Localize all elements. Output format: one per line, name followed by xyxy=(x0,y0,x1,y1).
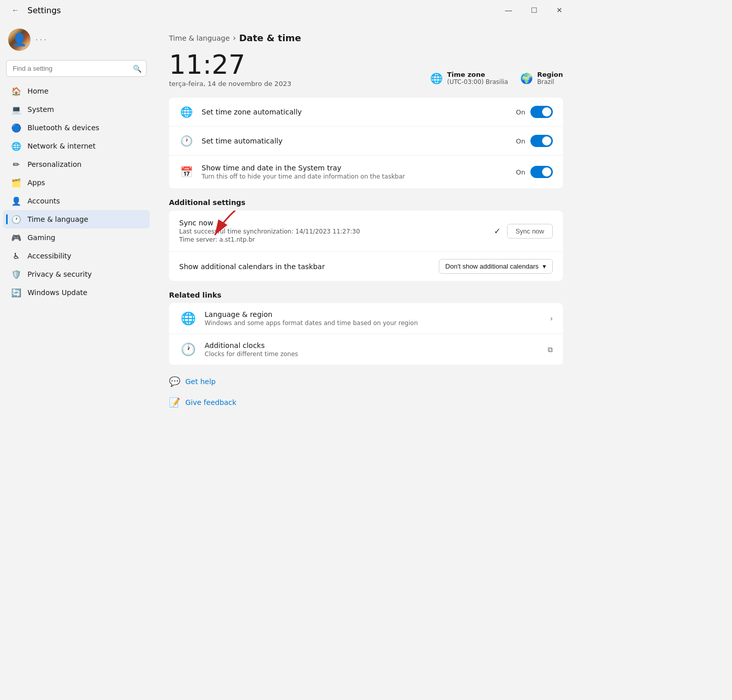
calendar-row: Show additional calendars in the taskbar… xyxy=(169,251,563,281)
sidebar-item-home[interactable]: 🏠 Home xyxy=(3,82,150,100)
sidebar: 👤 · · · 🔍 🏠 Home 💻 System 🔵 Bluetooth & … xyxy=(0,20,153,547)
windows-update-label: Windows Update xyxy=(27,288,88,297)
timezone-value: (UTC-03:00) Brasilia xyxy=(447,78,508,85)
sidebar-item-apps[interactable]: 🗂️ Apps xyxy=(3,173,150,192)
additional-clocks-title: Additional clocks xyxy=(205,341,541,349)
external-link-icon: ⧉ xyxy=(548,345,553,354)
accounts-icon: 👤 xyxy=(11,196,21,206)
network-icon: 🌐 xyxy=(11,141,21,151)
sync-row: Sync now Last successful time synchroniz… xyxy=(169,211,563,251)
home-label: Home xyxy=(27,87,48,95)
sync-now-button[interactable]: Sync now xyxy=(507,224,553,239)
search-input[interactable] xyxy=(6,60,147,77)
language-region-title: Language & region xyxy=(205,310,543,318)
home-icon: 🏠 xyxy=(11,86,21,96)
region-label: Region xyxy=(537,71,563,78)
sidebar-item-bluetooth[interactable]: 🔵 Bluetooth & devices xyxy=(3,119,150,137)
time-language-label: Time & language xyxy=(27,215,88,223)
check-icon: ✓ xyxy=(494,226,500,236)
footer-links: 💬 Get help 📝 Give feedback xyxy=(169,371,563,413)
breadcrumb-parent[interactable]: Time & language xyxy=(169,34,230,42)
sidebar-item-personalization[interactable]: ✏️ Personalization xyxy=(3,155,150,173)
windows-update-icon: 🔄 xyxy=(11,287,21,298)
gaming-icon: 🎮 xyxy=(11,232,21,243)
username: · · · xyxy=(36,36,46,44)
breadcrumb-current: Date & time xyxy=(239,33,301,43)
give-feedback-label: Give feedback xyxy=(185,398,236,406)
give-feedback-link[interactable]: 📝 Give feedback xyxy=(169,392,563,413)
privacy-security-icon: 🛡️ xyxy=(11,269,21,279)
timezone-info: 🌐 Time zone (UTC-03:00) Brasilia xyxy=(430,71,508,85)
systray-setting-title: Show time and date in the System tray xyxy=(202,164,508,172)
personalization-icon: ✏️ xyxy=(11,159,21,169)
timezone-toggle[interactable] xyxy=(530,106,553,118)
calendar-dropdown-button[interactable]: Don't show additional calendars ▾ xyxy=(439,259,553,274)
accessibility-label: Accessibility xyxy=(27,252,71,260)
systray-toggle[interactable] xyxy=(530,166,553,178)
toggle-settings-card: 🌐 Set time zone automatically On 🕐 Set t… xyxy=(169,98,563,188)
systray-setting-icon: 📅 xyxy=(179,166,193,178)
maximize-button[interactable]: ☐ xyxy=(522,2,546,18)
minimize-button[interactable]: — xyxy=(497,2,520,18)
time-language-icon: 🕐 xyxy=(11,214,21,224)
gaming-label: Gaming xyxy=(27,234,55,242)
timezone-label: Time zone xyxy=(447,71,508,78)
sidebar-item-network[interactable]: 🌐 Network & internet xyxy=(3,137,150,155)
bluetooth-label: Bluetooth & devices xyxy=(27,124,99,132)
get-help-link[interactable]: 💬 Get help xyxy=(169,371,563,392)
breadcrumb-separator: › xyxy=(233,33,236,43)
toggle-row-systray: 📅 Show time and date in the System tray … xyxy=(169,156,563,188)
additional-settings-card: Sync now Last successful time synchroniz… xyxy=(169,211,563,281)
systray-setting-desc: Turn this off to hide your time and date… xyxy=(202,173,508,180)
sidebar-item-accounts[interactable]: 👤 Accounts xyxy=(3,192,150,210)
related-links-title: Related links xyxy=(169,291,563,299)
window-title: Settings xyxy=(27,6,61,15)
toggle-row-timezone: 🌐 Set time zone automatically On xyxy=(169,98,563,127)
time-toggle[interactable] xyxy=(530,135,553,147)
calendar-title: Show additional calendars in the taskbar xyxy=(179,262,431,271)
sidebar-item-time-language[interactable]: 🕐 Time & language xyxy=(3,210,150,228)
search-icon: 🔍 xyxy=(133,65,142,73)
system-label: System xyxy=(27,105,54,113)
close-button[interactable]: ✕ xyxy=(548,2,571,18)
bluetooth-icon: 🔵 xyxy=(11,123,21,133)
timezone-icon: 🌐 xyxy=(430,72,443,84)
sidebar-item-accessibility[interactable]: ♿ Accessibility xyxy=(3,247,150,265)
time-setting-icon: 🕐 xyxy=(179,135,193,147)
systray-toggle-label: On xyxy=(516,168,525,176)
timezone-setting-title: Set time zone automatically xyxy=(202,108,508,116)
toggle-row-time: 🕐 Set time automatically On xyxy=(169,127,563,156)
additional-settings-title: Additional settings xyxy=(169,198,563,207)
sync-title: Sync now xyxy=(179,219,486,227)
additional-clocks-desc: Clocks for different time zones xyxy=(205,351,541,358)
apps-label: Apps xyxy=(27,179,45,187)
current-time: 11:27 xyxy=(169,51,291,78)
get-help-icon: 💬 xyxy=(169,376,180,387)
language-region-icon: 🌐 xyxy=(179,311,198,326)
time-display: 11:27 terça-feira, 14 de novembro de 202… xyxy=(169,51,563,88)
network-label: Network & internet xyxy=(27,142,96,150)
sidebar-item-system[interactable]: 💻 System xyxy=(3,100,150,119)
sidebar-item-gaming[interactable]: 🎮 Gaming xyxy=(3,228,150,247)
chevron-right-icon: › xyxy=(550,314,553,323)
additional-clocks-link[interactable]: 🕐 Additional clocks Clocks for different… xyxy=(169,334,563,365)
calendar-dropdown-label: Don't show additional calendars xyxy=(445,262,539,270)
accounts-label: Accounts xyxy=(27,197,60,205)
title-bar: ← Settings — ☐ ✕ xyxy=(0,0,579,20)
avatar: 👤 xyxy=(8,28,31,51)
breadcrumb: Time & language › Date & time xyxy=(169,33,563,43)
back-button[interactable]: ← xyxy=(8,3,22,17)
sidebar-item-windows-update[interactable]: 🔄 Windows Update xyxy=(3,283,150,302)
system-icon: 💻 xyxy=(11,104,21,114)
accessibility-icon: ♿ xyxy=(11,251,21,261)
chevron-down-icon: ▾ xyxy=(543,262,546,270)
related-links-card: 🌐 Language & region Windows and some app… xyxy=(169,303,563,365)
sidebar-item-privacy-security[interactable]: 🛡️ Privacy & security xyxy=(3,265,150,283)
main-content: Time & language › Date & time 11:27 terç… xyxy=(153,20,579,547)
region-info: 🌍 Region Brazil xyxy=(520,71,563,85)
additional-clocks-icon: 🕐 xyxy=(179,342,198,357)
language-region-link[interactable]: 🌐 Language & region Windows and some app… xyxy=(169,303,563,334)
region-icon: 🌍 xyxy=(520,72,533,84)
give-feedback-icon: 📝 xyxy=(169,397,180,407)
region-value: Brazil xyxy=(537,78,563,85)
